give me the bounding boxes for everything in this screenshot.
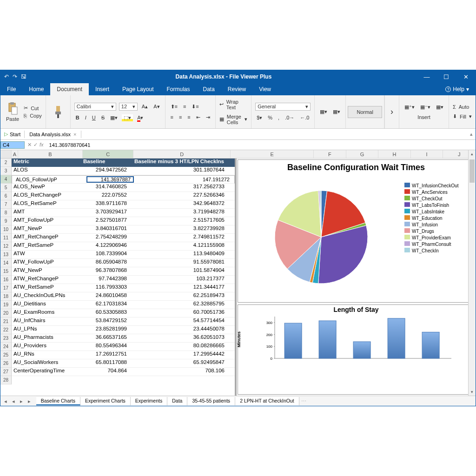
table-row[interactable]: CenterOperatingTime704.864708.106 <box>12 368 235 376</box>
borders-button[interactable]: ▦▾ <box>109 114 119 121</box>
fill-button[interactable]: ⬇Fill▾ <box>453 113 472 119</box>
table-row[interactable]: ATW_RetChangeP97.7442398103.217377 <box>12 276 235 284</box>
merge-cells-button[interactable]: ▦Merge Cells▾ <box>219 114 247 125</box>
tab-review[interactable]: Review <box>221 83 252 95</box>
scroll-down-icon[interactable]: ▾ <box>469 388 476 396</box>
autosum-button[interactable]: ΣAuto <box>453 104 472 110</box>
cond-format-button[interactable]: ▦▾ <box>318 108 329 115</box>
number-format-select[interactable]: General▾ <box>255 103 311 111</box>
tab-view[interactable]: View <box>252 83 278 95</box>
sheet-overflow[interactable]: ⋯ <box>301 398 306 404</box>
table-row[interactable]: AMT_RetChangeP2.7542482992.749811572 <box>12 234 235 242</box>
delete-cells-button[interactable]: ▦⁻▾ <box>419 104 432 111</box>
sheet-tab[interactable]: 35-45-55 patients <box>187 397 235 405</box>
close-button[interactable]: ✕ <box>456 73 476 80</box>
table-row[interactable]: ALOS_NewP314.7460825317.2562733 <box>12 184 235 192</box>
undo-icon[interactable]: ↶ <box>4 73 9 80</box>
cut-button[interactable]: ✂Cut <box>24 105 42 111</box>
comma-button[interactable]: , <box>277 114 281 121</box>
table-row[interactable]: ALOS_RetChangeP222.07552227.5266346 <box>12 192 235 200</box>
sheet-nav[interactable]: ◂ ◂ ▸ ▸ <box>0 398 36 404</box>
close-tab-icon[interactable]: × <box>73 132 76 137</box>
table-row[interactable]: AU_InfChairs53.8472915254.57714454 <box>12 317 235 326</box>
style-scroll-right[interactable]: › <box>389 107 395 117</box>
wrap-text-button[interactable]: ↩Wrap Text <box>219 99 247 110</box>
table-row[interactable]: AU_ExamRooms60.5330588360.70051736 <box>12 309 235 317</box>
underline-button[interactable]: U <box>91 114 97 121</box>
cell-reference-box[interactable]: C4 <box>0 141 25 149</box>
table-row[interactable]: ATW_FollowUpP86.0590487891.55978081 <box>12 259 235 267</box>
indent-inc-button[interactable]: ⇥ <box>205 114 212 121</box>
save-icon[interactable]: 🖫 <box>21 73 26 80</box>
sheet-tab[interactable]: 2 LPN-HT at CheckInOut <box>235 397 299 405</box>
table-row[interactable]: AU_SocialWorkers65.8011708865.92495847 <box>12 359 235 368</box>
minimize-button[interactable]: ― <box>417 73 436 80</box>
align-right-button[interactable]: ≡ <box>186 114 192 120</box>
currency-button[interactable]: $▾ <box>255 114 264 121</box>
formula-input[interactable]: 141.36978870641 <box>46 142 476 148</box>
copy-button[interactable]: ⎘Copy <box>24 113 42 119</box>
paste-button[interactable]: Paste <box>4 101 21 123</box>
align-left-button[interactable]: ≡ <box>169 114 175 120</box>
dec-decimal-button[interactable]: ←.0 <box>298 114 311 121</box>
table-row[interactable]: ATW108.7339904113.9480409 <box>12 251 235 259</box>
grow-font-button[interactable]: A▴ <box>140 103 149 110</box>
pie-chart[interactable]: Baseline Configuration Wait Times WT_Inf… <box>238 159 475 303</box>
align-middle-button[interactable]: ≡ <box>182 103 187 110</box>
align-center-button[interactable]: ≡ <box>178 114 183 120</box>
italic-button[interactable]: I <box>84 114 88 121</box>
table-row[interactable]: AU_LPNs23.8528199923.44450078 <box>12 326 235 334</box>
table-row[interactable]: AMT_FollowUpP2.5275018772.515717605 <box>12 217 235 225</box>
font-size-select[interactable]: 12▾ <box>119 103 138 111</box>
bold-button[interactable]: B <box>74 114 81 121</box>
font-color-button[interactable]: A▾ <box>136 114 145 121</box>
cell-style-normal[interactable]: Normal <box>348 106 382 118</box>
scroll-thumb[interactable] <box>469 159 475 183</box>
tab-formulas[interactable]: Formulas <box>160 83 196 95</box>
tab-data[interactable]: Data <box>196 83 221 95</box>
cancel-formula-button[interactable]: ✕ <box>27 142 32 148</box>
scroll-up-icon[interactable]: ▴ <box>469 150 476 158</box>
inc-decimal-button[interactable]: .0→ <box>284 114 296 121</box>
align-top-button[interactable]: ⬆≡ <box>169 103 179 110</box>
sheet-tab[interactable]: Experiment Charts <box>80 397 131 405</box>
table-row[interactable]: ALOS_FollowUpP141.3697887147.191272 <box>12 175 235 184</box>
tab-home[interactable]: Home <box>22 83 50 95</box>
collapse-ribbon-button[interactable]: ▴ <box>470 131 476 137</box>
fill-color-button[interactable]: ⬚▾ <box>122 114 133 121</box>
align-bottom-button[interactable]: ⬇≡ <box>190 103 200 110</box>
strike-button[interactable]: S <box>100 114 106 121</box>
table-row[interactable]: ALOS294.9472562301.1807644 <box>12 167 235 175</box>
table-row[interactable]: ALOS_RetSameP338.9711678342.9648372 <box>12 200 235 209</box>
font-select[interactable]: Calibri▾ <box>74 103 116 111</box>
percent-button[interactable]: % <box>266 114 274 121</box>
help-menu[interactable]: ? Help ▾ <box>445 86 476 93</box>
table-row[interactable]: AU_Dietitians62.1703183462.32885795 <box>12 301 235 309</box>
indent-dec-button[interactable]: ⇤ <box>195 114 202 121</box>
row-headers[interactable]: 2345678910111213141516171819202122232425… <box>0 159 12 384</box>
table-row[interactable]: ATW_RetSameP116.7993303121.3444177 <box>12 284 235 292</box>
fx-button[interactable]: fx <box>40 142 44 148</box>
spreadsheet-grid[interactable]: ABCDEFGHIJ 23456789101112131415161718192… <box>0 150 476 396</box>
start-button[interactable]: ▷Start <box>0 131 24 137</box>
sheet-tab[interactable]: Data <box>167 397 187 405</box>
format-cells-button[interactable]: ▦▾ <box>435 104 445 111</box>
maximize-button[interactable]: ☐ <box>436 73 456 80</box>
bar-chart[interactable]: Length of Stay Minutes 0100200300 <box>238 304 475 395</box>
table-row[interactable]: ATW_NewP96.37807868101.5874904 <box>12 267 235 276</box>
sheet-tab[interactable]: Baseline Charts <box>36 397 80 405</box>
sheet-tab[interactable]: Experiments <box>131 397 167 405</box>
vertical-scrollbar[interactable]: ▴ ▾ <box>468 150 476 396</box>
table-row[interactable]: AU_CheckInOutLPNs24.8601045862.25189473 <box>12 292 235 301</box>
table-row[interactable]: AU_Providers80.5549634480.08286665 <box>12 343 235 351</box>
tab-document[interactable]: Document <box>50 83 89 95</box>
table-row[interactable]: AMT_NewP3.8403167013.822739928 <box>12 225 235 234</box>
column-headers[interactable]: ABCDEFGHIJ <box>0 150 476 159</box>
tab-insert[interactable]: Insert <box>89 83 116 95</box>
data-table[interactable]: MetricBaselineBaseline minus 3 HT/LPN Ch… <box>12 159 235 376</box>
table-row[interactable]: AU_RNs17.2691275117.29954442 <box>12 351 235 359</box>
document-tab[interactable]: Data Analysis.xlsx× <box>24 131 81 138</box>
tab-page-layout[interactable]: Page Layout <box>116 83 160 95</box>
accept-formula-button[interactable]: ✓ <box>33 142 38 148</box>
redo-icon[interactable]: ↷ <box>13 73 17 80</box>
